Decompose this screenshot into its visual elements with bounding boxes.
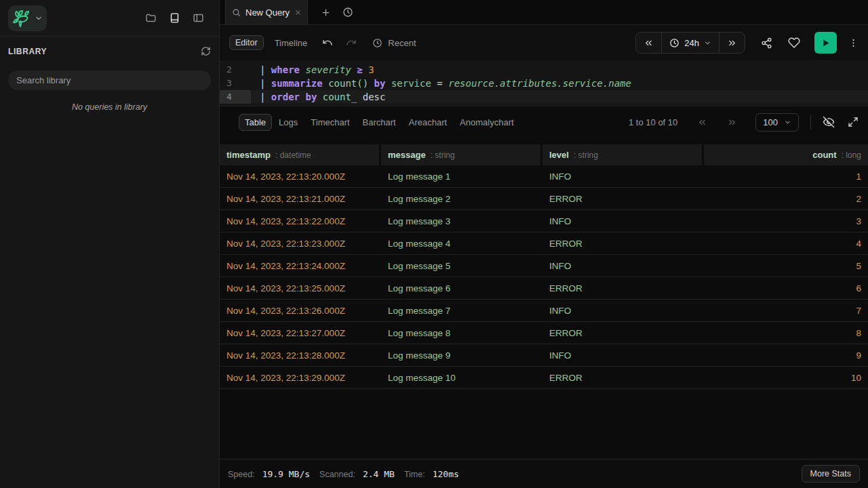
results-tab-barchart[interactable]: Barchart	[357, 114, 402, 131]
time-forward-button[interactable]	[719, 33, 745, 53]
results-tab-timechart[interactable]: Timechart	[304, 114, 355, 131]
cell-timestamp: Nov 14, 2023, 22:13:20.000Z	[220, 171, 381, 182]
line-number: 4	[220, 90, 251, 104]
column-type: : string	[431, 150, 455, 160]
code-text: | summarize count() by service = resourc…	[251, 77, 631, 90]
table-row[interactable]: Nov 14, 2023, 22:13:20.000ZLog message 1…	[220, 165, 868, 188]
column-name: count	[812, 150, 836, 160]
close-tab-icon[interactable]	[294, 9, 302, 16]
cell-count: 7	[704, 306, 868, 316]
split-panel-icon[interactable]	[193, 12, 204, 24]
cell-message: Log message 2	[381, 194, 542, 204]
chevron-down-icon	[35, 14, 43, 22]
time-back-button[interactable]	[636, 33, 661, 53]
cell-timestamp: Nov 14, 2023, 22:13:21.000Z	[220, 194, 381, 204]
editor-button[interactable]: Editor	[229, 35, 264, 50]
column-type: : string	[574, 150, 598, 160]
results-tab-table[interactable]: Table	[239, 114, 272, 131]
cell-message: Log message 10	[381, 373, 542, 383]
folder-icon[interactable]	[145, 12, 157, 24]
redo-icon[interactable]	[346, 37, 357, 48]
cell-count: 8	[704, 328, 868, 338]
table-row[interactable]: Nov 14, 2023, 22:13:28.000ZLog message 9…	[220, 344, 868, 367]
line-number: 2	[220, 63, 251, 77]
hide-columns-icon[interactable]	[823, 116, 835, 128]
editor-line[interactable]: 2| where severity ≥ 3	[220, 63, 868, 77]
results-tab-logs[interactable]: Logs	[273, 114, 304, 131]
next-page-icon[interactable]	[727, 117, 737, 127]
results-tab-anomalychart[interactable]: Anomalychart	[454, 114, 519, 131]
app: LIBRARY No queries in library New Query	[0, 0, 868, 488]
time-range-value: 24h	[684, 38, 699, 48]
table-row[interactable]: Nov 14, 2023, 22:13:26.000ZLog message 7…	[220, 300, 868, 322]
stat-time: Time:120ms	[404, 469, 459, 479]
query-tabbar: New Query	[220, 0, 868, 25]
cell-level: ERROR	[542, 328, 704, 338]
results-tab-areachart[interactable]: Areachart	[403, 114, 453, 131]
expand-icon[interactable]	[848, 117, 859, 127]
cell-level: ERROR	[542, 283, 704, 293]
cell-timestamp: Nov 14, 2023, 22:13:29.000Z	[220, 373, 381, 383]
cell-timestamp: Nov 14, 2023, 22:13:25.000Z	[220, 283, 381, 293]
results-panel: TableLogsTimechartBarchartAreachartAnoma…	[220, 106, 868, 488]
cell-message: Log message 3	[381, 216, 542, 226]
sidebar-header	[0, 0, 219, 37]
cell-level: INFO	[542, 306, 704, 316]
search-icon	[232, 8, 241, 17]
refresh-icon[interactable]	[201, 46, 211, 56]
library-panel-icon[interactable]	[169, 12, 180, 24]
code-text: | where severity ≥ 3	[251, 63, 374, 77]
cell-count: 2	[704, 194, 868, 204]
table-row[interactable]: Nov 14, 2023, 22:13:27.000ZLog message 8…	[220, 322, 868, 344]
statusbar: Speed:19.9 MB/sScanned:2.4 MBTime:120ms …	[220, 459, 868, 488]
column-header-timestamp[interactable]: timestamp: datetime	[220, 144, 379, 165]
app-logo-icon	[12, 9, 31, 28]
table-row[interactable]: Nov 14, 2023, 22:13:21.000ZLog message 2…	[220, 188, 868, 210]
results-table: timestamp: datetimemessage: stringlevel:…	[220, 144, 868, 459]
table-row[interactable]: Nov 14, 2023, 22:13:22.000ZLog message 3…	[220, 210, 868, 232]
undo-icon[interactable]	[322, 37, 333, 48]
more-stats-button[interactable]: More Stats	[802, 465, 860, 483]
recent-button[interactable]: Recent	[372, 38, 416, 48]
page-size-dropdown[interactable]: 100	[755, 113, 799, 131]
column-header-level[interactable]: level: string	[542, 144, 702, 165]
tab-new-query[interactable]: New Query	[225, 0, 308, 24]
column-header-count[interactable]: count: long	[704, 144, 868, 165]
cell-level: INFO	[542, 350, 704, 361]
table-row[interactable]: Nov 14, 2023, 22:13:23.000ZLog message 4…	[220, 232, 868, 255]
cell-timestamp: Nov 14, 2023, 22:13:27.000Z	[220, 328, 381, 338]
table-row[interactable]: Nov 14, 2023, 22:13:29.000ZLog message 1…	[220, 367, 868, 389]
cell-message: Log message 8	[381, 328, 542, 338]
column-type: : datetime	[275, 150, 311, 160]
cell-message: Log message 9	[381, 350, 542, 361]
run-query-button[interactable]	[814, 32, 837, 54]
table-row[interactable]: Nov 14, 2023, 22:13:24.000ZLog message 5…	[220, 255, 868, 277]
editor-line[interactable]: 3| summarize count() by service = resour…	[220, 77, 868, 90]
query-toolbar: Editor Timeline Recent 24h	[220, 25, 868, 60]
editor-line[interactable]: 4| order by count_ desc	[220, 90, 868, 104]
pagination-text: 1 to 10 of 10	[629, 117, 677, 127]
time-range-selector[interactable]: 24h	[661, 33, 719, 53]
cell-message: Log message 5	[381, 261, 542, 271]
cell-message: Log message 7	[381, 306, 542, 316]
cell-level: INFO	[542, 171, 704, 182]
query-editor[interactable]: 2| where severity ≥ 33| summarize count(…	[220, 60, 868, 106]
favorite-icon[interactable]	[788, 37, 800, 49]
column-name: message	[388, 150, 426, 160]
share-icon[interactable]	[761, 37, 772, 49]
table-row[interactable]: Nov 14, 2023, 22:13:25.000ZLog message 6…	[220, 277, 868, 300]
column-name: timestamp	[226, 150, 271, 160]
search-library-input[interactable]	[8, 70, 211, 90]
cell-timestamp: Nov 14, 2023, 22:13:22.000Z	[220, 216, 381, 226]
prev-page-icon[interactable]	[697, 117, 707, 127]
cell-level: ERROR	[542, 194, 704, 204]
column-header-message[interactable]: message: string	[381, 144, 540, 165]
cell-count: 4	[704, 239, 868, 249]
cell-message: Log message 4	[381, 239, 542, 249]
workspace-switcher[interactable]	[8, 5, 47, 31]
new-tab-button[interactable]	[321, 7, 331, 18]
query-history-icon[interactable]	[342, 7, 353, 18]
more-options-icon[interactable]	[848, 38, 859, 48]
cell-message: Log message 1	[381, 171, 542, 182]
timeline-button[interactable]: Timeline	[275, 38, 308, 48]
